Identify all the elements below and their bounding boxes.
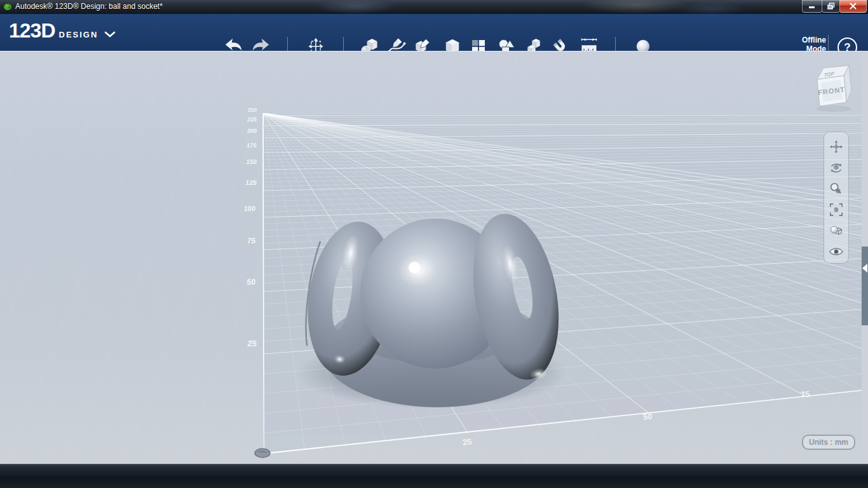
offline-line1: Offline [802,36,826,44]
shading-button[interactable] [827,220,846,241]
parts-flyout-tab[interactable] [862,247,868,325]
axis-label: 25 [234,339,257,348]
view-cube[interactable]: TOP FRONT [808,60,858,115]
close-icon [850,3,857,10]
eye-icon [829,245,844,259]
axis-label: 225 [234,116,257,123]
axis-label: 75 [800,389,810,399]
axis-label: 125 [234,179,257,186]
main-toolbar: 123D DESIGN [0,14,868,51]
axis-label: 75 [233,236,255,245]
pan-button[interactable] [827,136,846,157]
orbit-icon [829,161,843,175]
window-titlebar[interactable]: Autodesk® 123D® Design: ball and socket* [0,0,868,14]
orbit-button[interactable] [827,157,846,178]
restore-icon [827,3,835,10]
app-menu-button[interactable]: 123D DESIGN [9,19,116,43]
axis-label: 200 [234,128,257,134]
windows-taskbar: 2:59 AM 7/26/2013 [0,464,868,488]
model-ball-and-socket[interactable] [273,187,572,423]
axis-label: 50 [233,278,255,287]
fit-view-button[interactable] [827,199,846,220]
logo-123d: 123D [9,19,55,43]
axis-label: 100 [233,205,255,212]
pan-icon [829,140,843,154]
axis-label: 175 [234,142,257,149]
shading-icon [829,224,843,238]
app-icon [3,2,13,11]
units-indicator[interactable]: Units : mm [802,435,855,450]
3d-viewport-canvas[interactable]: 250 225 200 175 150 125 100 75 50 25 25 … [0,51,868,464]
axis-label: 50 [642,411,653,421]
hide-show-button[interactable] [827,241,846,262]
minimize-icon [808,3,816,9]
screen: Autodesk® 123D® Design: ball and socket*… [0,0,868,488]
zoom-button[interactable] [827,178,846,199]
axis-label: 25 [462,437,472,447]
origin-gizmo[interactable] [255,449,270,458]
axis-label: 150 [234,158,257,165]
fit-view-icon [829,203,843,217]
minimize-button[interactable] [802,0,822,13]
zoom-icon [829,182,843,196]
view-navigation-bar [824,132,849,264]
logo-design: DESIGN [59,30,98,39]
chevron-down-icon [104,31,116,37]
units-label: Units : mm [809,438,848,447]
window-title: Autodesk® 123D® Design: ball and socket* [15,2,163,11]
close-button[interactable] [839,0,867,13]
flyout-arrow-icon [862,264,867,273]
restore-button[interactable] [822,0,840,13]
axis-label: 250 [234,107,257,113]
